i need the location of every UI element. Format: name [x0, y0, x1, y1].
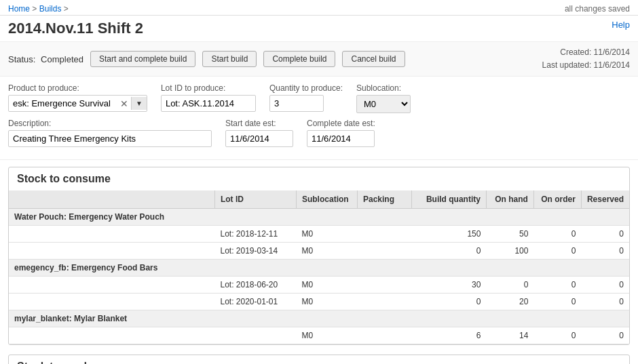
lot-input[interactable]: [161, 95, 256, 112]
form-row-2: Description: Start date est: Complete da…: [8, 119, 630, 147]
cell-sublocation: M0: [296, 277, 357, 294]
cell-on-order: 0: [533, 294, 581, 310]
start-date-group: Start date est:: [225, 119, 293, 147]
product-label: Product to produce:: [8, 83, 147, 93]
start-date-input[interactable]: [225, 130, 293, 147]
cell-sublocation: M0: [296, 243, 357, 260]
breadcrumb-sep2: >: [64, 4, 69, 14]
lot-group: Lot ID to produce:: [161, 83, 256, 112]
table-row: M0 6 14 0 0: [9, 327, 629, 344]
page-title: 2014.Nov.11 Shift 2: [8, 20, 143, 37]
product-dropdown-button[interactable]: ▼: [131, 97, 147, 110]
cell-build-qty: 150: [411, 226, 486, 243]
sublocation-select[interactable]: M0: [356, 95, 411, 113]
consume-table-wrap: Lot ID Sublocation Packing Build quantit…: [9, 190, 629, 344]
cell-packing: [357, 243, 411, 260]
cell-lot: Lot: 2018-12-11: [214, 226, 296, 243]
cell-packing: [357, 226, 411, 243]
status-label: Status: Completed: [8, 54, 83, 64]
quantity-group: Quantity to produce:: [269, 83, 343, 112]
cell-on-hand: 0: [486, 277, 533, 294]
produce-section-title: Stock to produce: [9, 355, 629, 364]
product-input[interactable]: [9, 96, 117, 111]
cell-reserved: 0: [581, 294, 629, 310]
consume-section-title: Stock to consume: [9, 167, 629, 190]
cell-build-qty: 0: [411, 243, 486, 260]
created-date: Created: 11/6/2014: [542, 46, 630, 59]
cell-packing: [357, 327, 411, 344]
cell-on-hand: 100: [486, 243, 533, 260]
cell-sublocation: M0: [296, 294, 357, 310]
col-on-order: On order: [533, 190, 581, 209]
cell-name: [9, 327, 214, 344]
cell-on-hand: 20: [486, 294, 533, 310]
table-row: Lot: 2020-01-01 M0 0 20 0 0: [9, 294, 629, 310]
cell-on-order: 0: [533, 243, 581, 260]
description-label: Description:: [8, 119, 212, 128]
product-input-wrap[interactable]: ✕ ▼: [8, 95, 147, 112]
cell-lot: [214, 327, 296, 344]
status-value: Completed: [41, 54, 83, 64]
cell-sublocation: M0: [296, 327, 357, 344]
col-build-qty: Build quantity: [411, 190, 486, 209]
start-date-label: Start date est:: [225, 119, 293, 128]
cell-on-order: 0: [533, 226, 581, 243]
cell-sublocation: M0: [296, 226, 357, 243]
dates-info: Created: 11/6/2014 Last updated: 11/6/20…: [542, 46, 630, 72]
cell-reserved: 0: [581, 277, 629, 294]
col-packing: Packing: [357, 190, 411, 209]
cell-lot: Lot: 2018-06-20: [214, 277, 296, 294]
sublocation-label: Sublocation:: [356, 83, 411, 93]
cell-name: [9, 243, 214, 260]
col-lot-id: Lot ID: [214, 190, 296, 209]
breadcrumb-sep1: >: [32, 4, 39, 14]
complete-build-button[interactable]: Complete build: [263, 51, 335, 67]
form-row-1: Product to produce: ✕ ▼ Lot ID to produc…: [8, 83, 630, 113]
breadcrumb-builds[interactable]: Builds: [39, 4, 62, 14]
cell-reserved: 0: [581, 226, 629, 243]
col-sublocation: Sublocation: [296, 190, 357, 209]
description-group: Description:: [8, 119, 212, 147]
cell-on-hand: 14: [486, 327, 533, 344]
produce-section: Stock to produce Lot ID Sublocation Pack…: [8, 355, 630, 364]
cell-lot: Lot: 2020-01-01: [214, 294, 296, 310]
lot-label: Lot ID to produce:: [161, 83, 256, 93]
consume-table-header: Lot ID Sublocation Packing Build quantit…: [9, 190, 629, 209]
help-link[interactable]: Help: [612, 20, 630, 30]
updated-date: Last updated: 11/6/2014: [542, 59, 630, 72]
complete-date-input[interactable]: [307, 130, 375, 147]
start-build-button[interactable]: Start build: [202, 51, 257, 67]
cell-reserved: 0: [581, 243, 629, 260]
description-input[interactable]: [8, 130, 212, 147]
breadcrumb-home[interactable]: Home: [8, 4, 30, 14]
consume-section: Stock to consume Lot ID Sublocation Pack…: [8, 167, 630, 345]
cell-packing: [357, 294, 411, 310]
cell-on-hand: 50: [486, 226, 533, 243]
col-on-hand: On hand: [486, 190, 533, 209]
col-reserved: Reserved: [581, 190, 629, 209]
sublocation-group: Sublocation: M0: [356, 83, 411, 113]
product-group: Product to produce: ✕ ▼: [8, 83, 147, 112]
start-complete-button[interactable]: Start and complete build: [90, 51, 195, 67]
quantity-input[interactable]: [269, 95, 324, 112]
cell-build-qty: 0: [411, 294, 486, 310]
cell-build-qty: 30: [411, 277, 486, 294]
status-left: Status: Completed Start and complete bui…: [8, 51, 405, 67]
complete-date-label: Complete date est:: [307, 119, 375, 128]
cell-name: [9, 294, 214, 310]
quantity-label: Quantity to produce:: [269, 83, 343, 93]
consume-table: Lot ID Sublocation Packing Build quantit…: [9, 190, 629, 344]
table-row: Lot: 2019-03-14 M0 0 100 0 0: [9, 243, 629, 260]
form-section: Product to produce: ✕ ▼ Lot ID to produc…: [0, 77, 638, 160]
product-clear-button[interactable]: ✕: [117, 98, 131, 109]
cell-lot: Lot: 2019-03-14: [214, 243, 296, 260]
cancel-build-button[interactable]: Cancel build: [342, 51, 405, 67]
top-bar: Home > Builds > all changes saved: [0, 0, 638, 16]
cell-on-order: 0: [533, 327, 581, 344]
table-row: emegency_fb: Emergency Food Bars: [9, 260, 629, 277]
cell-reserved: 0: [581, 327, 629, 344]
col-name: [9, 190, 214, 209]
table-row: Lot: 2018-12-11 M0 150 50 0 0: [9, 226, 629, 243]
cell-name: [9, 226, 214, 243]
header-row: 2014.Nov.11 Shift 2 Help: [0, 16, 638, 41]
